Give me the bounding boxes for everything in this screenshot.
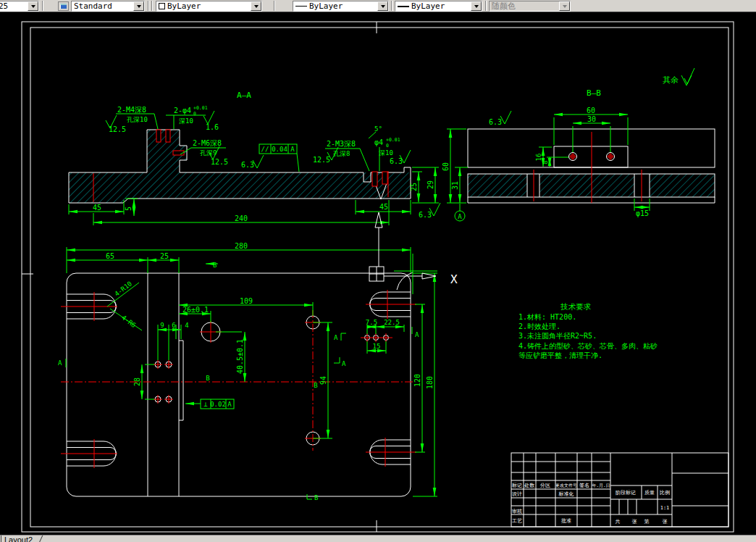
section-label: A <box>58 359 62 367</box>
centerline-label: B <box>206 375 209 382</box>
dim-text: 60 <box>587 107 595 114</box>
roughness-value: 12.5 <box>313 156 330 164</box>
dim-text: 6 <box>172 322 175 329</box>
roughness-value: 6.3 <box>241 161 254 169</box>
roughness-value: 1.6 <box>206 123 219 131</box>
color-value: ByLayer <box>165 1 251 11</box>
text-style-combo[interactable]: Standard <box>71 1 145 12</box>
linetype-sample-icon <box>295 6 307 7</box>
chevron-down-icon <box>474 5 479 8</box>
tb-label: 共 <box>616 519 621 525</box>
dropdown-button[interactable] <box>471 1 482 11</box>
tb-label: 分区 <box>539 483 550 488</box>
chevron-down-icon <box>381 5 385 8</box>
rest-label: 其余 <box>663 75 679 85</box>
tolerance-lower: 0 <box>386 143 389 149</box>
chevron-down-icon <box>31 5 35 8</box>
linetype-value: ByLayer <box>307 1 377 11</box>
tb-label: 签名 <box>579 483 589 488</box>
fcf-value: 0.02 <box>210 401 226 408</box>
drawing-canvas[interactable]: A—A 2-M4深8 孔深10 12.5 2-φ4 +0.01 0 深10 1.… <box>0 0 756 542</box>
dim-text: 16 <box>535 154 542 162</box>
color-swatch-icon <box>159 3 165 9</box>
note-text: 2-M6深8 <box>193 139 222 147</box>
text-height-value: 25 <box>0 1 28 11</box>
color-control-combo[interactable]: ByLayer <box>156 1 262 12</box>
tb-label: 阶段标记 <box>616 490 636 496</box>
section-aa-label: A—A <box>237 91 251 100</box>
note-text: 2-φ4 <box>174 107 191 114</box>
layers-icon <box>60 4 67 9</box>
dim-text: 8 <box>542 160 549 164</box>
dim-text: 25 <box>160 252 169 260</box>
dropdown-button[interactable] <box>377 1 388 11</box>
dim-text: 22.5 <box>384 319 400 326</box>
roughness-value: 6.3 <box>419 211 432 219</box>
dropdown-button[interactable] <box>28 1 38 11</box>
chevron-down-icon <box>254 5 259 8</box>
dim-text: 5 <box>125 207 133 211</box>
tb-label: 质量 <box>644 490 655 496</box>
section-label: B <box>213 262 217 269</box>
layout-tab-bar: Layout2 <box>0 535 756 542</box>
dim-text: 40.5±0.1 <box>236 339 244 374</box>
lineweight-control-combo[interactable]: ByLayer <box>395 1 482 12</box>
tb-label: 审核 <box>512 509 522 514</box>
tab-slant-edge <box>38 535 43 542</box>
tb-scale-value: 1:1 <box>660 505 670 511</box>
tab-layout2[interactable]: Layout2 <box>4 535 33 542</box>
note-text: 2-M3深8 <box>327 140 356 148</box>
tolerance-lower: 0 <box>193 111 196 117</box>
dim-text: 60 <box>442 162 450 171</box>
dropdown-button[interactable] <box>133 1 144 11</box>
section-label: A <box>342 360 346 367</box>
dim-text: 45 <box>379 203 388 211</box>
tolerance-upper: +0.01 <box>386 137 400 143</box>
fcf-symbol: // <box>261 146 269 153</box>
roughness-value: 6.3 <box>489 118 502 126</box>
text-style-value: Standard <box>72 1 133 11</box>
tb-label: 年.月.日 <box>592 483 610 488</box>
tech-line: 1.材料: HT200. <box>518 313 576 321</box>
dim-text: 65 <box>106 252 114 260</box>
dim-text: 9 <box>160 322 164 329</box>
plotstyle-value: 随颜色 <box>490 1 559 11</box>
tolerance-upper: +0.01 <box>193 105 208 111</box>
dim-text: 29 <box>427 180 434 189</box>
fcf-datum: A <box>290 146 295 153</box>
note-text: 深10 <box>179 117 193 125</box>
chevron-down-icon <box>137 5 141 8</box>
lineweight-sample-icon <box>398 6 409 7</box>
dim-text: 26±0.1 <box>182 306 209 314</box>
note-text: 深10 <box>379 149 393 157</box>
plotstyle-control-combo: 随颜色 <box>489 1 571 12</box>
dropdown-button <box>559 1 570 11</box>
dim-text: 109 <box>240 297 253 305</box>
note-text: φ4 <box>374 138 383 146</box>
tb-label: 标准化 <box>558 491 574 497</box>
toolbar-separator <box>148 1 149 11</box>
text-height-combo[interactable]: 25 <box>0 1 39 12</box>
dim-text: 180 <box>426 376 434 389</box>
toolbar-separator <box>274 1 275 11</box>
fcf-symbol: ⊥ <box>203 401 208 408</box>
dim-text: 30 <box>587 115 596 123</box>
dim-text: 28 <box>133 378 141 386</box>
lineweight-value: ByLayer <box>409 1 471 11</box>
tb-label: 批准 <box>561 518 571 524</box>
tech-title: 技术要求 <box>560 302 592 311</box>
dim-text: 45 <box>93 204 101 212</box>
tb-label: 张 <box>632 519 637 525</box>
tb-label: 第 <box>644 519 650 525</box>
dropdown-button[interactable] <box>251 1 261 11</box>
x-axis-label: X <box>450 272 458 286</box>
chevron-down-icon <box>563 5 567 8</box>
dim-text: 120 <box>413 374 421 387</box>
tb-label: 比例 <box>660 490 670 496</box>
note-text: 孔深10 <box>127 116 148 123</box>
section-label: A <box>334 334 338 341</box>
dim-text: 25 <box>410 183 418 191</box>
linetype-control-combo[interactable]: ByLayer <box>293 1 389 12</box>
tb-label: 更改文件号 <box>555 483 577 488</box>
layer-tool-icon[interactable] <box>58 1 69 11</box>
